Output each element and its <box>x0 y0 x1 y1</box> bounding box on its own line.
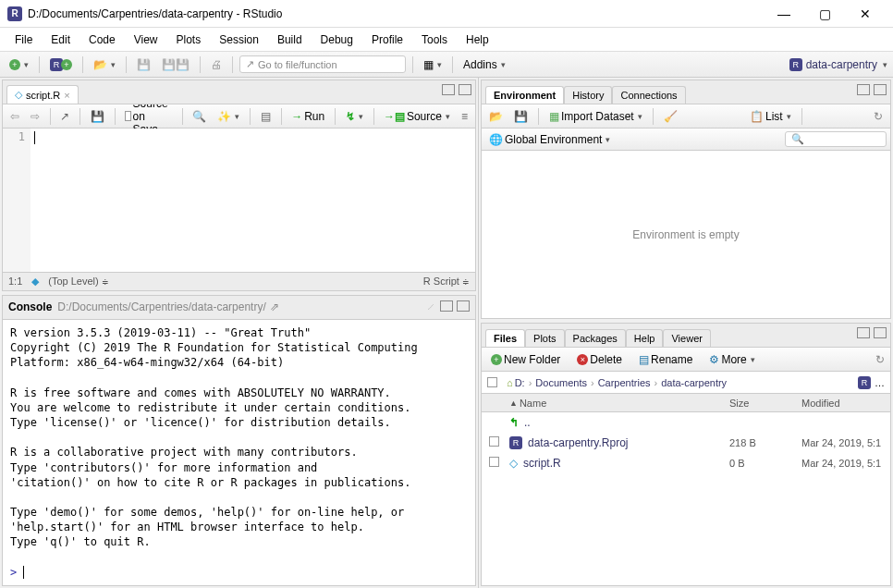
home-icon[interactable]: ⌂ <box>507 377 513 388</box>
language-selector[interactable]: R Script ≑ <box>423 276 470 287</box>
breadcrumb-seg[interactable]: data-carpentry <box>661 377 727 388</box>
code-tools-button[interactable]: ✨▾ <box>214 108 243 125</box>
rerun-button[interactable]: ↯▾ <box>342 108 367 125</box>
menu-profile[interactable]: Profile <box>362 31 412 49</box>
save-all-button[interactable]: 💾💾 <box>158 56 193 73</box>
menu-help[interactable]: Help <box>457 31 498 49</box>
close-tab-icon[interactable]: × <box>64 90 69 101</box>
file-checkbox[interactable] <box>489 436 499 447</box>
file-link[interactable]: ◇script.R <box>506 457 729 470</box>
breadcrumb-drive[interactable]: D: <box>515 377 525 388</box>
toolbar-separator <box>82 56 83 73</box>
pane-minimize-icon[interactable] <box>857 327 870 338</box>
window-maximize-button[interactable]: ▢ <box>804 1 845 27</box>
open-file-button[interactable]: 📂▾ <box>90 56 119 73</box>
menu-tools[interactable]: Tools <box>412 31 457 49</box>
new-folder-button[interactable]: + New Folder <box>487 351 564 368</box>
compile-report-button[interactable]: ▤ <box>257 108 275 125</box>
col-size-header[interactable]: Size <box>729 398 801 409</box>
load-workspace-button[interactable]: 📂 <box>485 108 507 125</box>
pane-minimize-icon[interactable] <box>442 84 455 95</box>
pane-minimize-icon[interactable] <box>857 84 870 95</box>
tab-plots[interactable]: Plots <box>525 329 564 347</box>
menu-build[interactable]: Build <box>268 31 312 49</box>
code-editor[interactable] <box>31 129 475 272</box>
menu-view[interactable]: View <box>125 31 167 49</box>
rename-button[interactable]: ▤ Rename <box>635 351 696 368</box>
delete-button[interactable]: × Delete <box>573 351 626 368</box>
addins-button[interactable]: Addins▾ <box>459 56 509 73</box>
breadcrumb-seg[interactable]: Documents <box>535 377 587 388</box>
import-dataset-button[interactable]: ▦ Import Dataset▾ <box>545 108 646 125</box>
list-view-button[interactable]: 📋 List▾ <box>746 108 795 125</box>
files-list: ↰.. Rdata-carpentry.Rproj 218 B Mar 24, … <box>482 412 890 585</box>
save-workspace-button[interactable]: 💾 <box>510 108 532 125</box>
refresh-env-button[interactable]: ↻ <box>870 108 887 125</box>
source-tabstrip: ◇ script.R × <box>3 80 475 104</box>
menu-session[interactable]: Session <box>210 31 268 49</box>
pane-minimize-icon[interactable] <box>440 300 453 312</box>
show-in-new-window-button[interactable]: ↗ <box>56 108 73 125</box>
env-empty-message: Environment is empty <box>482 151 890 318</box>
pane-maximize-icon[interactable] <box>457 300 470 312</box>
tab-history[interactable]: History <box>564 86 612 104</box>
tab-help[interactable]: Help <box>626 329 664 347</box>
file-link[interactable]: Rdata-carpentry.Rproj <box>506 436 729 449</box>
tab-environment[interactable]: Environment <box>485 86 564 104</box>
files-toolbar: + New Folder × Delete ▤ Rename ⚙ More▾ ↻ <box>482 348 890 372</box>
window-close-button[interactable]: ✕ <box>845 1 886 27</box>
forward-button[interactable]: ⇨ <box>27 108 43 125</box>
toolbar-separator <box>452 56 453 73</box>
tab-files[interactable]: Files <box>485 329 525 347</box>
more-button[interactable]: ⚙ More▾ <box>705 351 758 368</box>
source-tab-script[interactable]: ◇ script.R × <box>6 85 79 104</box>
menu-debug[interactable]: Debug <box>312 31 362 49</box>
menu-plots[interactable]: Plots <box>167 31 211 49</box>
show-document-outline-button[interactable]: ≡ <box>458 108 471 125</box>
source-button[interactable]: →▤ Source▾ <box>380 108 454 125</box>
tab-viewer[interactable]: Viewer <box>663 329 710 347</box>
run-button[interactable]: →Run <box>287 108 328 125</box>
go-to-project-dir-icon[interactable]: R <box>858 376 871 389</box>
project-dropdown-icon: ▾ <box>883 60 887 69</box>
new-project-button[interactable]: R+ <box>46 56 76 73</box>
menu-edit[interactable]: Edit <box>42 31 80 49</box>
menu-file[interactable]: File <box>6 31 42 49</box>
save-source-button[interactable]: 💾 <box>87 108 108 125</box>
scope-icon: ◆ <box>31 276 39 288</box>
col-modified-header[interactable]: Modified <box>801 398 890 409</box>
toolbar-separator <box>126 56 127 73</box>
file-row-up[interactable]: ↰.. <box>482 412 890 433</box>
file-checkbox[interactable] <box>489 457 499 467</box>
clear-workspace-button[interactable]: 🧹 <box>660 108 681 125</box>
breadcrumb-seg[interactable]: Carpentries <box>598 377 651 388</box>
scope-selector[interactable]: (Top Level) ≑ <box>48 276 108 287</box>
pane-maximize-icon[interactable] <box>874 84 887 95</box>
select-all-checkbox[interactable] <box>487 377 497 387</box>
cursor-position[interactable]: 1:1 <box>8 276 22 287</box>
scope-selector[interactable]: 🌐 Global Environment▾ <box>485 131 614 148</box>
tab-connections[interactable]: Connections <box>612 86 685 104</box>
project-selector[interactable]: R data-carpentry ▾ <box>789 58 887 71</box>
clear-console-icon[interactable]: ⟋ <box>425 300 436 313</box>
console-wd-button[interactable]: ⇗ <box>270 300 279 313</box>
files-tabstrip: Files Plots Packages Help Viewer <box>482 324 890 348</box>
new-file-button[interactable]: +▾ <box>6 57 32 72</box>
goto-file-input[interactable]: ↗Go to file/function <box>239 55 406 73</box>
menu-code[interactable]: Code <box>80 31 125 49</box>
workspace-panes-button[interactable]: ▦▾ <box>420 56 446 73</box>
tab-packages[interactable]: Packages <box>565 329 626 347</box>
more-path-button[interactable]: … <box>875 377 885 388</box>
env-search-input[interactable]: 🔍 <box>785 131 887 147</box>
editor-body[interactable]: 1 <box>3 129 475 272</box>
save-button[interactable]: 💾 <box>133 56 154 73</box>
find-replace-button[interactable]: 🔍 <box>189 108 210 125</box>
pane-maximize-icon[interactable] <box>874 327 887 338</box>
print-button[interactable]: 🖨 <box>207 56 226 73</box>
refresh-files-button[interactable]: ↻ <box>875 353 885 366</box>
back-button[interactable]: ⇦ <box>6 108 23 125</box>
col-name-header[interactable]: ▲ Name <box>506 398 729 409</box>
window-minimize-button[interactable]: ― <box>764 1 804 27</box>
console-output[interactable]: R version 3.5.3 (2019-03-11) -- "Great T… <box>3 320 475 585</box>
pane-maximize-icon[interactable] <box>459 84 471 95</box>
